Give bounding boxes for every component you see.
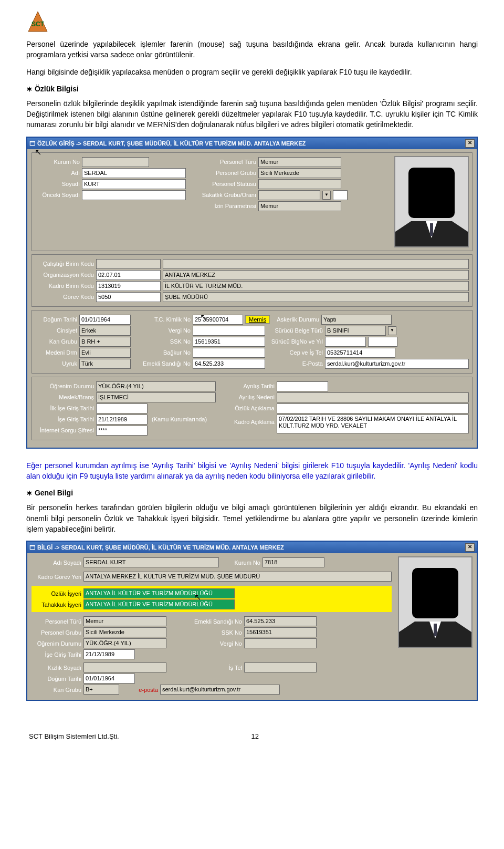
ise-giris-input[interactable]: 21/12/1989 (96, 415, 148, 424)
label: e-posta (121, 687, 158, 693)
personnel-photo (398, 556, 472, 648)
label: Cep ve İş Tel (267, 349, 323, 356)
personel-turu-input[interactable]: Memur (258, 157, 341, 167)
dogum-tarihi-input[interactable]: 01/01/1964 (79, 315, 131, 325)
medeni-drm-input[interactable]: Evli (79, 348, 131, 358)
label: Tahakkuk İşyeri (32, 602, 81, 608)
label: Emekli Sandığı No (169, 618, 242, 625)
sakatlik-select[interactable] (258, 190, 320, 200)
tahakkuk-isyeri-input: ANTALYA İL KÜLTÜR VE TURİZM MÜDÜRLÜĞÜ (83, 599, 235, 609)
kan-grubu-input[interactable]: B RH + (79, 337, 131, 347)
label: Personel Statüsü (196, 181, 256, 187)
cinsiyet-input[interactable]: Erkek (79, 326, 131, 336)
label: İnternet Sorgu Şifresi (35, 427, 94, 433)
label: (Kamu Kurumlarında) (150, 416, 215, 422)
ozluk-aciklama-input[interactable] (277, 403, 469, 413)
label: İşe Giriş Tarihi (35, 416, 94, 422)
footer-company: SCT Bilişim Sistemleri Ltd.Şti. (29, 732, 119, 740)
meslek-input[interactable]: İŞLETMECİ (96, 392, 216, 402)
label: Soyadı (35, 181, 80, 187)
ozluk-giris-window: 🗔 ÖZLÜK GİRİŞ -> SERDAL KURT, ŞUBE MÜDÜR… (26, 137, 478, 449)
kadro-birim-input[interactable]: 1313019 (96, 281, 161, 291)
uyruk-input[interactable]: Türk (79, 359, 131, 369)
kadro-birim-adi: İL KÜLTÜR VE TURİZM MÜD. (163, 281, 469, 291)
personel-statusu-input[interactable] (258, 179, 341, 189)
paragraph: Eğer personel kurumdan ayrılmış ise 'Ayr… (26, 460, 478, 482)
label: Bağkur No (133, 349, 191, 356)
label: E-Posta (267, 360, 323, 367)
calistigi-birim-input[interactable] (96, 259, 161, 269)
label: Personel Grubu (196, 170, 256, 176)
label: Öğrenim Durumu (32, 640, 81, 647)
vergi-no-input[interactable] (193, 326, 265, 336)
paragraph: Bir personelin herkes tarafından görülen… (26, 502, 478, 534)
adi-soyadi-input: SERDAL KURT (83, 557, 219, 567)
ogrenim-input[interactable]: YÜK.ÖĞR.(4 YIL) (96, 381, 216, 391)
section-heading: Özlük Bilgisi (26, 85, 478, 93)
internet-sorgu-input[interactable]: **** (96, 426, 148, 436)
label: İşe Giriş Tarihi (32, 651, 81, 658)
surucu-yil-input[interactable] (368, 337, 397, 347)
bagkur-no-input[interactable] (193, 348, 265, 358)
ogrenim-input: YÜK.ÖĞR.(4 YIL) (83, 638, 166, 648)
gorev-kodu-input[interactable]: 5050 (96, 292, 161, 302)
svg-text:SCT: SCT (32, 20, 45, 28)
surucu-blgno-input[interactable] (325, 337, 366, 347)
mernis-button[interactable]: Mernis (245, 315, 270, 324)
cursor-icon: ↖ (200, 312, 207, 322)
soyadi-input[interactable]: KURT (82, 179, 186, 189)
kan-grubu-input: B+ (83, 685, 119, 695)
label: Çalıştığı Birim Kodu (35, 261, 94, 267)
window-icon: 🗔 (29, 140, 35, 147)
svg-rect-4 (430, 223, 433, 236)
izin-param-input[interactable]: Memur (258, 201, 341, 211)
label: Sürücü Belge Türü (267, 327, 323, 334)
kizlik-soyadi-input (83, 662, 166, 672)
window-title: BİLGİ -> SERDAL KURT, ŞUBE MÜDÜRÜ, İL KÜ… (37, 544, 463, 551)
org-kodu-input[interactable]: 02.07.01 (96, 270, 161, 280)
window-body: Adı SoyadıSERDAL KURT Kurum No7818 Kadro… (27, 553, 477, 700)
kadro-aciklama-input[interactable]: 07/02/2012 TARİH VE 28806 SAYILI MAKAM O… (277, 415, 469, 433)
close-icon[interactable]: ✕ (465, 139, 475, 148)
ssk-no-input[interactable]: 15619351 (193, 337, 265, 347)
label: Personel Grubu (32, 629, 81, 636)
paragraph: Personelin özlük bilgilerinde deşiklik y… (26, 98, 478, 130)
emekli-sandigi-input[interactable]: 64.525.233 (193, 359, 265, 369)
page: SCT Personel üzerinde yapılabilecek işle… (0, 0, 504, 751)
ilk-ise-giris-input[interactable] (96, 403, 148, 413)
chevron-down-icon[interactable]: ▼ (322, 191, 331, 200)
cep-tel-input[interactable]: 05325711414 (325, 348, 395, 358)
ozluk-isyeri-input: ANTALYA İL KÜLTÜR VE TURİZM MÜDÜRLÜĞÜ (83, 588, 235, 598)
label: Vergi No (133, 327, 191, 334)
kurum-no-input: 7818 (262, 557, 324, 567)
label: SSK No (169, 629, 242, 636)
cursor-icon: ↖ (35, 147, 42, 157)
onceki-soyadi-input[interactable] (82, 190, 186, 200)
org-adi: ANTALYA MERKEZ (163, 270, 469, 280)
fieldset-personal: ↖ Doğum Tarihi01/01/1964 T.C. Kimlik No2… (32, 310, 472, 374)
label: Sakatlık Grubu/Oranı (196, 192, 256, 198)
eposta-input[interactable]: serdal.kurt@kulturturizm.gov.tr (325, 359, 469, 369)
label: T.C. Kimlik No (133, 316, 191, 323)
gorev-adi: ŞUBE MÜDÜRÜ (163, 292, 469, 302)
label: Kızlık Soyadı (32, 665, 81, 671)
kurum-no-input[interactable] (82, 157, 149, 167)
adi-input[interactable]: SERDAL (82, 168, 186, 178)
fieldset-org: Çalıştığı Birim Kodu Organizasyon Kodu02… (32, 254, 472, 307)
ise-giris-input: 21/12/1989 (83, 649, 135, 659)
ayrilis-nedeni-input[interactable] (277, 392, 469, 402)
chevron-down-icon[interactable]: ▼ (388, 326, 396, 335)
is-tel-input (244, 662, 317, 672)
company-logo: SCT (26, 11, 49, 34)
sakatlik-orani-input[interactable] (333, 190, 348, 200)
label: Kurum No (221, 560, 260, 566)
personel-grubu-input[interactable]: Sicili Merkezde (258, 168, 341, 178)
close-icon[interactable]: ✕ (465, 543, 475, 552)
label: Vergi No (169, 640, 242, 647)
surucu-belge-select[interactable]: B SINIFI (325, 326, 386, 336)
label: Kan Grubu (35, 338, 77, 345)
askerlik-input[interactable]: Yaptı (321, 315, 392, 325)
label: Sürücü BlgNo ve Yıl (267, 338, 323, 345)
ayrilis-tarihi-input[interactable] (277, 381, 328, 391)
label: Personel Türü (32, 618, 81, 625)
